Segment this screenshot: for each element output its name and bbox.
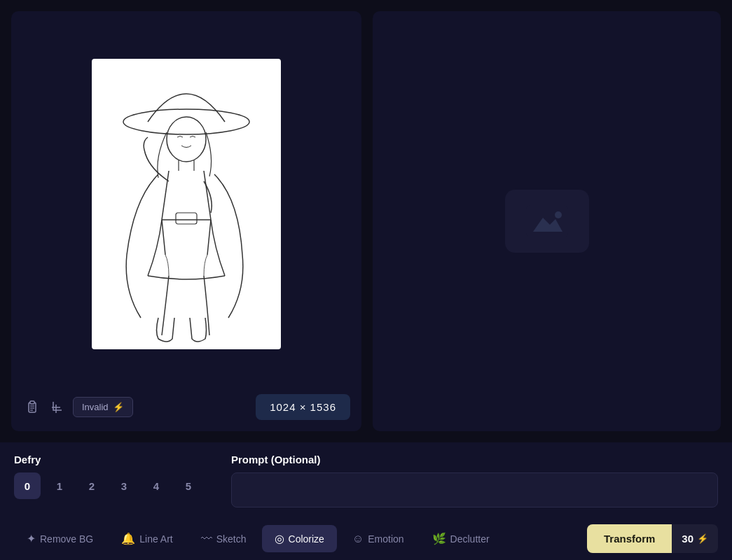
svg-point-0 bbox=[123, 109, 249, 134]
defry-btn-5[interactable]: 5 bbox=[175, 472, 202, 499]
svg-point-9 bbox=[555, 211, 562, 218]
source-sketch-image bbox=[92, 59, 281, 349]
transform-label: Transform bbox=[604, 533, 655, 545]
source-image-container bbox=[22, 22, 350, 386]
tab-sketch[interactable]: 〰 Sketch bbox=[188, 526, 259, 552]
tab-declutter[interactable]: 🌿 Declutter bbox=[420, 525, 502, 552]
count-value: 30 bbox=[682, 533, 693, 545]
svg-rect-8 bbox=[526, 205, 568, 237]
defry-btn-0[interactable]: 0 bbox=[14, 472, 41, 499]
action-area: Transform 30 ⚡ bbox=[587, 524, 718, 553]
count-lightning-icon: ⚡ bbox=[697, 533, 708, 544]
tab-line-art-label: Line Art bbox=[139, 533, 172, 545]
tab-colorize-label: Colorize bbox=[289, 533, 324, 545]
right-panel bbox=[373, 11, 721, 431]
svg-point-1 bbox=[167, 117, 206, 162]
clipboard-button[interactable] bbox=[22, 398, 42, 417]
line-art-icon: 🔔 bbox=[121, 532, 135, 545]
invalid-badge[interactable]: Invalid ⚡ bbox=[73, 397, 133, 417]
prompt-section: Prompt (Optional) bbox=[231, 454, 718, 507]
count-button[interactable]: 30 ⚡ bbox=[672, 524, 718, 553]
left-panel: Invalid ⚡ 1024 × 1536 bbox=[11, 11, 361, 431]
defry-label: Defry bbox=[14, 454, 210, 465]
witch-sketch-svg bbox=[92, 59, 281, 349]
dimensions-badge: 1024 × 1536 bbox=[256, 394, 350, 420]
defry-btn-1[interactable]: 1 bbox=[46, 472, 73, 499]
tab-emotion[interactable]: ☺ Emotion bbox=[340, 526, 417, 552]
bottom-panel: Defry 0 1 2 3 4 5 Prompt (Optional) ✦ Re… bbox=[0, 442, 732, 560]
lightning-icon: ⚡ bbox=[113, 402, 124, 412]
defry-buttons: 0 1 2 3 4 5 bbox=[14, 472, 210, 499]
colorize-icon: ◎ bbox=[275, 532, 284, 545]
mountain-icon bbox=[526, 205, 568, 237]
tab-declutter-label: Declutter bbox=[450, 533, 490, 545]
tab-bar: ✦ Remove BG 🔔 Line Art 〰 Sketch ◎ Colori… bbox=[14, 517, 718, 560]
tab-sketch-label: Sketch bbox=[216, 533, 247, 545]
svg-rect-4 bbox=[30, 401, 34, 404]
sketch-icon: 〰 bbox=[201, 533, 212, 545]
remove-bg-icon: ✦ bbox=[27, 532, 36, 545]
emotion-icon: ☺ bbox=[352, 533, 364, 545]
defry-btn-2[interactable]: 2 bbox=[78, 472, 105, 499]
tab-remove-bg[interactable]: ✦ Remove BG bbox=[14, 525, 106, 552]
tab-emotion-label: Emotion bbox=[368, 533, 403, 545]
svg-rect-2 bbox=[176, 213, 197, 224]
tab-line-art[interactable]: 🔔 Line Art bbox=[109, 525, 185, 552]
tab-colorize[interactable]: ◎ Colorize bbox=[262, 525, 337, 552]
declutter-icon: 🌿 bbox=[432, 532, 446, 545]
prompt-label: Prompt (Optional) bbox=[231, 454, 718, 465]
defry-section: Defry 0 1 2 3 4 5 bbox=[14, 454, 210, 507]
defry-btn-4[interactable]: 4 bbox=[143, 472, 170, 499]
main-area: Invalid ⚡ 1024 × 1536 bbox=[0, 0, 732, 442]
output-placeholder bbox=[505, 190, 589, 253]
controls-row: Defry 0 1 2 3 4 5 Prompt (Optional) bbox=[14, 454, 718, 517]
image-toolbar: Invalid ⚡ 1024 × 1536 bbox=[22, 394, 350, 420]
tab-remove-bg-label: Remove BG bbox=[40, 533, 93, 545]
defry-btn-3[interactable]: 3 bbox=[111, 472, 137, 499]
crop-button[interactable] bbox=[48, 398, 67, 417]
transform-button[interactable]: Transform bbox=[587, 524, 672, 553]
prompt-input[interactable] bbox=[231, 472, 718, 507]
invalid-label: Invalid bbox=[82, 402, 109, 412]
dimensions-text: 1024 × 1536 bbox=[270, 401, 336, 413]
